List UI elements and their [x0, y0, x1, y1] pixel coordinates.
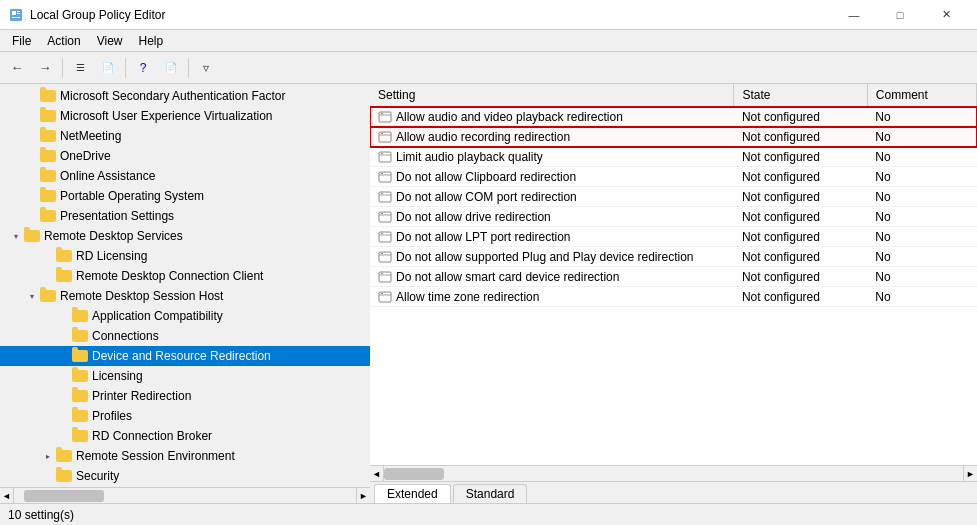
tree-scroll-area[interactable]: Microsoft Secondary Authentication Facto…	[0, 84, 370, 487]
tree-expand-icon	[40, 266, 56, 286]
table-row[interactable]: Do not allow drive redirectionNot config…	[370, 207, 977, 227]
close-button[interactable]: ✕	[923, 0, 969, 30]
svg-rect-25	[381, 233, 383, 234]
tree-item[interactable]: Microsoft User Experience Virtualization	[0, 106, 370, 126]
tree-hscroll-right[interactable]: ►	[356, 488, 370, 503]
tree-item[interactable]: Device and Resource Redirection	[0, 346, 370, 366]
svg-rect-26	[379, 252, 391, 262]
back-button[interactable]: ←	[4, 56, 30, 80]
tree-item[interactable]: OneDrive	[0, 146, 370, 166]
tree-item[interactable]: Security	[0, 466, 370, 486]
table-row[interactable]: Allow audio recording redirectionNot con…	[370, 127, 977, 147]
tree-item[interactable]: Profiles	[0, 406, 370, 426]
table-row[interactable]: Do not allow LPT port redirectionNot con…	[370, 227, 977, 247]
svg-rect-23	[379, 232, 391, 242]
tree-hscroll-left[interactable]: ◄	[0, 488, 14, 503]
tree-expand-icon	[24, 106, 40, 126]
table-row[interactable]: Do not allow Clipboard redirectionNot co…	[370, 167, 977, 187]
setting-label: Do not allow LPT port redirection	[396, 230, 571, 244]
setting-icon	[378, 110, 392, 124]
setting-label: Do not allow supported Plug and Play dev…	[396, 250, 694, 264]
extend-button[interactable]: 📄	[158, 56, 184, 80]
tree-item[interactable]: RD Connection Broker	[0, 426, 370, 446]
filter-button[interactable]: ▿	[193, 56, 219, 80]
properties-button[interactable]: 📄	[95, 56, 121, 80]
help-button[interactable]: ?	[130, 56, 156, 80]
setting-cell: Limit audio playback quality	[370, 147, 734, 167]
tree-item[interactable]: Application Compatibility	[0, 306, 370, 326]
tree-item-label: Connections	[92, 329, 159, 343]
folder-icon	[72, 428, 88, 444]
tree-expand-icon	[40, 466, 56, 486]
setting-label: Limit audio playback quality	[396, 150, 543, 164]
folder-icon	[72, 408, 88, 424]
detail-hscroll-thumb[interactable]	[384, 468, 444, 480]
table-row[interactable]: Do not allow supported Plug and Play dev…	[370, 247, 977, 267]
tree-hscroll-thumb[interactable]	[24, 490, 104, 502]
folder-icon	[56, 268, 72, 284]
tree-item[interactable]: Presentation Settings	[0, 206, 370, 226]
state-cell: Not configured	[734, 127, 867, 147]
forward-button[interactable]: →	[32, 56, 58, 80]
tree-item[interactable]: RD Licensing	[0, 246, 370, 266]
comment-cell: No	[867, 127, 976, 147]
svg-rect-16	[381, 173, 383, 174]
tree-item[interactable]: Remote Desktop Connection Client	[0, 266, 370, 286]
comment-cell: No	[867, 247, 976, 267]
menu-help[interactable]: Help	[131, 32, 172, 50]
maximize-button[interactable]: □	[877, 0, 923, 30]
setting-label: Allow audio and video playback redirecti…	[396, 110, 623, 124]
state-cell: Not configured	[734, 147, 867, 167]
detail-hscroll-right[interactable]: ►	[963, 466, 977, 482]
menu-view[interactable]: View	[89, 32, 131, 50]
folder-icon	[72, 368, 88, 384]
tree-expand-icon	[56, 386, 72, 406]
detail-horizontal-scrollbar[interactable]: ◄ ►	[370, 465, 977, 481]
tree-item[interactable]: ▸Remote Session Environment	[0, 446, 370, 466]
tree-expand-icon	[24, 126, 40, 146]
tab-extended[interactable]: Extended	[374, 484, 451, 503]
setting-cell: Do not allow Clipboard redirection	[370, 167, 734, 187]
table-row[interactable]: Allow time zone redirectionNot configure…	[370, 287, 977, 307]
tree-expand-icon	[56, 326, 72, 346]
tab-standard[interactable]: Standard	[453, 484, 528, 503]
tree-item[interactable]: NetMeeting	[0, 126, 370, 146]
tree-hscroll-track	[14, 488, 356, 503]
detail-hscroll-left[interactable]: ◄	[370, 466, 384, 482]
window-title: Local Group Policy Editor	[30, 8, 165, 22]
tree-item[interactable]: Connections	[0, 326, 370, 346]
detail-table-container[interactable]: Setting State Comment Allow audio and vi…	[370, 84, 977, 465]
tree-horizontal-scrollbar[interactable]: ◄ ►	[0, 487, 370, 503]
table-row[interactable]: Limit audio playback qualityNot configur…	[370, 147, 977, 167]
tree-item[interactable]: ▾Remote Desktop Services	[0, 226, 370, 246]
tree-item-label: NetMeeting	[60, 129, 121, 143]
minimize-button[interactable]: —	[831, 0, 877, 30]
tree-item[interactable]: Online Assistance	[0, 166, 370, 186]
tree-item-label: Microsoft User Experience Virtualization	[60, 109, 273, 123]
tree-expand-icon	[24, 86, 40, 106]
svg-rect-22	[381, 213, 383, 214]
setting-icon	[378, 210, 392, 224]
svg-rect-20	[379, 212, 391, 222]
show-hide-tree-button[interactable]: ☰	[67, 56, 93, 80]
table-row[interactable]: Do not allow COM port redirectionNot con…	[370, 187, 977, 207]
state-cell: Not configured	[734, 167, 867, 187]
col-setting: Setting	[370, 84, 734, 107]
tree-item[interactable]: Licensing	[0, 366, 370, 386]
tree-item[interactable]: Printer Redirection	[0, 386, 370, 406]
svg-rect-32	[379, 292, 391, 302]
setting-cell: Do not allow drive redirection	[370, 207, 734, 227]
menu-file[interactable]: File	[4, 32, 39, 50]
setting-label: Do not allow COM port redirection	[396, 190, 577, 204]
folder-icon	[40, 288, 56, 304]
state-cell: Not configured	[734, 187, 867, 207]
svg-rect-29	[379, 272, 391, 282]
table-header-row: Setting State Comment	[370, 84, 977, 107]
menu-action[interactable]: Action	[39, 32, 88, 50]
tree-item[interactable]: Microsoft Secondary Authentication Facto…	[0, 86, 370, 106]
tree-item[interactable]: Portable Operating System	[0, 186, 370, 206]
table-row[interactable]: Do not allow smart card device redirecti…	[370, 267, 977, 287]
detail-hscroll-track	[384, 466, 963, 482]
table-row[interactable]: Allow audio and video playback redirecti…	[370, 107, 977, 127]
tree-item[interactable]: ▾Remote Desktop Session Host	[0, 286, 370, 306]
